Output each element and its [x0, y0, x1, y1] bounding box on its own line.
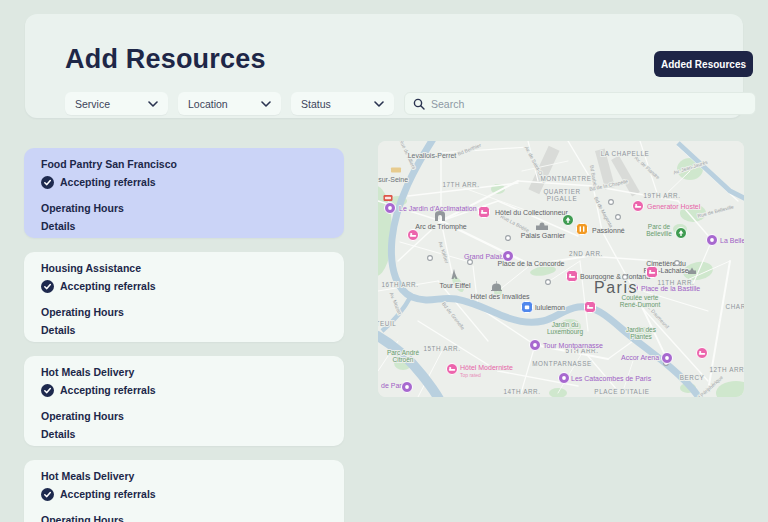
place-label: Palais Garnier [521, 232, 566, 239]
district-label: CHARONNE [726, 303, 744, 310]
road-badge-icon[interactable] [384, 195, 393, 201]
park-label: Plantes [630, 333, 652, 340]
hotel-marker-icon[interactable] [479, 207, 490, 218]
operating-hours-link[interactable]: Operating Hours [41, 410, 327, 422]
details-link[interactable]: Details [41, 324, 327, 336]
poi-label: lululemon [535, 304, 565, 311]
park-label: Belleville [646, 230, 672, 237]
restaurant-marker-icon[interactable] [577, 224, 588, 235]
district-label: 19TH ARR. [643, 192, 680, 199]
resource-card[interactable]: Housing Assistance Accepting referrals O… [24, 252, 344, 342]
check-circle-icon [41, 384, 54, 397]
added-resources-button[interactable]: Added Resources [654, 51, 753, 77]
check-circle-icon [41, 176, 54, 189]
park-label: René-Dumont [620, 301, 661, 308]
district-label: PIGALLE [547, 195, 577, 202]
hotel-marker-icon[interactable] [567, 271, 578, 282]
poi-label: Les Catacombes de Paris [571, 375, 652, 382]
service-filter-dropdown[interactable]: Service [65, 92, 168, 115]
poi-label: Generator Hostel [647, 203, 701, 210]
resource-name: Housing Assistance [41, 262, 327, 274]
details-link[interactable]: Details [41, 428, 327, 440]
store-marker-icon[interactable] [522, 302, 533, 313]
attraction-marker-icon[interactable] [662, 353, 673, 364]
status-filter-dropdown[interactable]: Status [291, 92, 394, 115]
operating-hours-link[interactable]: Operating Hours [41, 514, 327, 522]
hotel-marker-icon[interactable] [408, 230, 419, 241]
hotel-marker-icon[interactable] [447, 364, 458, 375]
operating-hours-link[interactable]: Operating Hours [41, 202, 327, 214]
resource-card[interactable]: Food Pantry San Francisco Accepting refe… [24, 148, 344, 238]
resource-name: Food Pantry San Francisco [41, 158, 327, 170]
operating-hours-link[interactable]: Operating Hours [41, 306, 327, 318]
hotel-marker-icon[interactable] [697, 348, 708, 359]
district-label: 17TH ARR. [442, 181, 479, 188]
park-label: Citroën [393, 356, 414, 363]
poi-label: Top rated [460, 372, 481, 378]
hotel-marker-icon[interactable] [647, 267, 658, 278]
town-label: Levallois-Perret [408, 152, 457, 159]
attraction-marker-icon[interactable] [707, 235, 718, 246]
resource-status-row: Accepting referrals [41, 279, 327, 293]
chevron-down-icon [374, 101, 384, 107]
check-circle-icon [41, 488, 54, 501]
district-label: 16TH ARR. [381, 281, 418, 288]
hotel-marker-icon[interactable] [585, 302, 596, 313]
poi-label: Grand Palais [464, 253, 505, 260]
header-panel: Add Resources Added Resources Service Lo… [25, 14, 743, 118]
resource-status: Accepting referrals [60, 280, 156, 292]
place-label: Tour Eiffel [440, 282, 471, 289]
district-label: 2ND ARR. [569, 250, 603, 257]
transit-stop-icon [428, 256, 433, 261]
resource-status: Accepting referrals [60, 176, 156, 188]
poi-label: La Belleville [720, 237, 744, 244]
transit-stop-icon [609, 200, 614, 205]
town-label: -sur-Seine [378, 176, 408, 183]
place-label: Hôtel des Invalides [470, 293, 530, 300]
district-label: 12TH ARR. [709, 366, 744, 373]
location-filter-label: Location [188, 98, 228, 110]
map-paris[interactable]: Rue de VilliersBd BerthierAv. de Saint-O… [378, 141, 744, 397]
district-label: 15TH ARR. [423, 345, 460, 352]
poi-label: Place de la Bastille [641, 285, 700, 292]
chevron-down-icon [261, 101, 271, 107]
park-marker-icon[interactable] [676, 228, 687, 239]
poi-label: Accor Arena [621, 354, 659, 361]
transit-stop-icon [675, 261, 680, 266]
attraction-marker-icon[interactable] [385, 203, 396, 214]
district-label: LA CHAPELLE [601, 150, 650, 157]
building-block-icon[interactable] [391, 168, 401, 173]
resource-list: Food Pantry San Francisco Accepting refe… [24, 148, 344, 522]
district-label: PLACE D'ITALIE [594, 388, 649, 395]
page-title: Add Resources [65, 44, 266, 75]
park-label: Luxembourg [547, 328, 584, 336]
district-label: MONTMARTRE [540, 175, 591, 182]
resource-status: Accepting referrals [60, 488, 156, 500]
transit-stop-icon [616, 215, 621, 220]
attraction-marker-icon[interactable] [559, 373, 570, 384]
district-label: BERCY [680, 374, 705, 381]
resource-name: Hot Meals Delivery [41, 366, 327, 378]
park-marker-icon[interactable] [563, 215, 574, 226]
chevron-down-icon [148, 101, 158, 107]
resource-status-row: Accepting referrals [41, 383, 327, 397]
resource-card[interactable]: Hot Meals Delivery Accepting referrals O… [24, 356, 344, 446]
attraction-marker-icon[interactable] [530, 340, 541, 351]
poi-label: Passionné [592, 227, 625, 234]
district-label: MONTPARNASSE [532, 360, 592, 367]
resource-card[interactable]: Hot Meals Delivery Accepting referrals O… [24, 460, 344, 522]
district-label: 14TH ARR. [503, 388, 540, 395]
transit-stop-icon [468, 260, 473, 265]
hotel-marker-icon[interactable] [633, 201, 644, 212]
location-filter-dropdown[interactable]: Location [178, 92, 281, 115]
attraction-marker-icon[interactable] [402, 382, 413, 393]
city-label: Paris [594, 279, 638, 296]
search-box [404, 92, 756, 115]
search-input[interactable] [431, 98, 747, 110]
attraction-marker-icon[interactable] [503, 251, 514, 262]
map-canvas: Rue de VilliersBd BerthierAv. de Saint-O… [378, 141, 744, 397]
check-circle-icon [41, 280, 54, 293]
status-filter-label: Status [301, 98, 331, 110]
details-link[interactable]: Details [41, 220, 327, 232]
transit-stop-icon [546, 280, 551, 285]
